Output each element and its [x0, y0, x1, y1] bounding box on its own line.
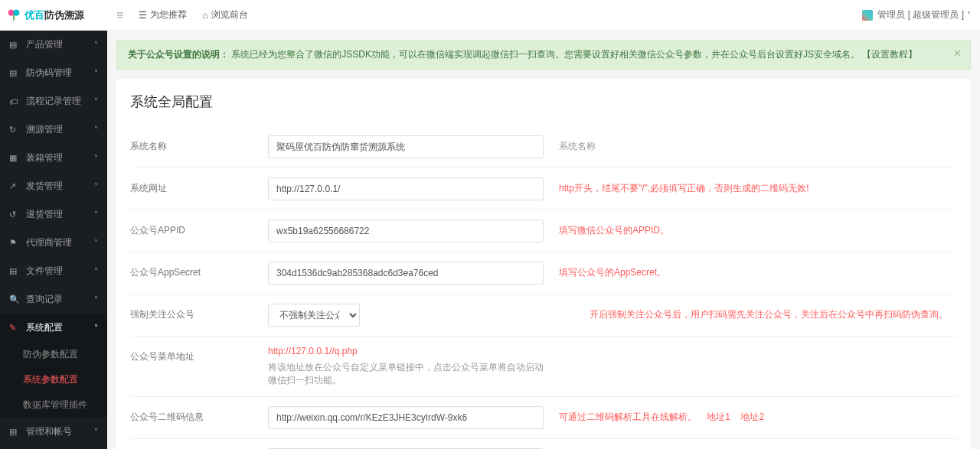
- content: 关于公众号设置的说明： 系统已经为您整合了微信的JSSDK功能，可以在微信端实现…: [107, 31, 980, 449]
- input-appid[interactable]: [268, 220, 544, 242]
- alert-prefix: 关于公众号设置的说明：: [128, 49, 229, 60]
- sidebar-item-anticode[interactable]: ▤防伪码管理˅: [0, 59, 107, 87]
- help-qr: 可通过二维码解析工具在线解析。 地址1 地址2: [559, 406, 772, 424]
- sidebar-item-admin[interactable]: ▤管理和帐号˅: [0, 418, 107, 446]
- lock-icon: ▤: [9, 427, 20, 437]
- row-follow: 强制关注公众号 不强制关注公众号 开启强制关注公众号后，用户扫码需先关注公众号，…: [130, 294, 957, 336]
- help-appid: 填写微信公众号的APPID。: [559, 220, 669, 237]
- user-menu[interactable]: 管理员 [ 超级管理员 ] ˅: [862, 8, 971, 21]
- flag-icon: ▤: [9, 68, 20, 78]
- chevron-down-icon: ˅: [94, 97, 98, 106]
- row-sysurl: 系统网址 http开头，结尾不要"/",必须填写正确，否则生成的二维码无效!: [130, 168, 957, 210]
- avatar-icon: [862, 10, 873, 21]
- logo-text: 优百优百防伪溯源防伪溯源: [24, 8, 84, 22]
- top-link-label: 浏览前台: [211, 8, 248, 21]
- chevron-down-icon: ˅: [94, 182, 98, 190]
- sidebar-item-trace[interactable]: ↻溯源管理˅: [0, 116, 107, 144]
- alert-banner: 关于公众号设置的说明： 系统已经为您整合了微信的JSSDK功能，可以在微信端实现…: [116, 40, 971, 70]
- sidebar-item-label: 溯源管理: [26, 123, 63, 136]
- label-follow: 强制关注公众号: [130, 304, 268, 321]
- input-sysurl[interactable]: [268, 177, 544, 200]
- logo-icon: [6, 8, 21, 23]
- help-sysurl: http开头，结尾不要"/",必须填写正确，否则生成的二维码无效!: [559, 177, 809, 195]
- row-appid: 公众号APPID 填写微信公众号的APPID。: [130, 210, 957, 252]
- chevron-down-icon: ˅: [94, 267, 98, 275]
- label-menuurl: 公众号菜单地址: [130, 346, 268, 363]
- users-icon: ⚑: [9, 238, 20, 248]
- row-secret: 公众号AppSecret 填写公众号的AppSecret。: [130, 252, 957, 294]
- row-company: 公司名称 您公司的名称!: [130, 438, 957, 449]
- sidebar-item-label: 系统配置: [26, 321, 63, 334]
- sidebar-item-query[interactable]: 🔍查询记录˅: [0, 285, 107, 314]
- label-secret: 公众号AppSecret: [130, 262, 268, 279]
- chevron-down-icon: ˅: [967, 11, 971, 19]
- row-menuurl: 公众号菜单地址 http://127.0.0.1//q.php 将该地址放在公众…: [130, 336, 957, 396]
- sidebar-item-file[interactable]: ▤文件管理˅: [0, 257, 107, 285]
- undo-icon: ↺: [9, 210, 20, 220]
- topbar: ≡ ☰为您推荐 ⌂浏览前台 管理员 [ 超级管理员 ] ˅: [107, 0, 980, 31]
- row-qr: 公众号二维码信息 可通过二维码解析工具在线解析。 地址1 地址2: [130, 396, 957, 438]
- top-link-label: 为您推荐: [150, 8, 187, 21]
- chevron-down-icon: ˅: [94, 69, 98, 77]
- tag-icon: 🏷: [9, 97, 20, 106]
- gift-icon: ☰: [139, 10, 147, 21]
- main: ≡ ☰为您推荐 ⌂浏览前台 管理员 [ 超级管理员 ] ˅ 关于公众号设置的说明…: [107, 0, 980, 449]
- search-icon: 🔍: [9, 294, 20, 304]
- sidebar-sub-dbplugin[interactable]: 数据库管理插件: [0, 392, 107, 418]
- page-title: 系统全局配置: [130, 93, 957, 111]
- chevron-down-icon: ˅: [94, 428, 98, 436]
- label-sysurl: 系统网址: [130, 177, 268, 195]
- help-follow: 开启强制关注公众号后，用户扫码需先关注公众号，关注后在公众号中再扫码防伪查询。: [590, 304, 948, 321]
- sidebar-sub-anticonfig[interactable]: 防伪参数配置: [0, 342, 107, 367]
- sidebar-item-label: 发货管理: [26, 180, 63, 193]
- desc-menuurl: 将该地址放在公众号自定义菜单链接中，点击公众号菜单将自动启动微信扫一扫功能。: [268, 361, 544, 387]
- label-appid: 公众号APPID: [130, 220, 268, 237]
- link-addr2[interactable]: 地址2: [740, 412, 764, 422]
- sidebar-item-ship[interactable]: ↗发货管理˅: [0, 172, 107, 200]
- chevron-down-icon: ˅: [94, 295, 98, 304]
- chevron-down-icon: ˅: [94, 41, 98, 49]
- sidebar-item-sysconfig[interactable]: ✎系统配置˅: [0, 314, 107, 342]
- sidebar-sub-sysparam[interactable]: 系统参数配置: [0, 367, 107, 392]
- sidebar-item-label: 管理和帐号: [26, 425, 72, 438]
- input-sysname[interactable]: [268, 135, 544, 158]
- sidebar-item-process[interactable]: 🏷流程记录管理˅: [0, 87, 107, 116]
- logo[interactable]: 优百优百防伪溯源防伪溯源: [0, 0, 107, 31]
- user-label: 管理员 [ 超级管理员 ]: [877, 8, 964, 21]
- input-qr[interactable]: [268, 406, 544, 429]
- hamburger-icon[interactable]: ≡: [116, 8, 123, 22]
- svg-rect-2: [13, 14, 15, 20]
- alert-body: 系统已经为您整合了微信的JSSDK功能，可以在微信端实现调起微信扫一扫查询。您需…: [231, 49, 860, 60]
- alert-link[interactable]: 【设置教程】: [862, 49, 917, 60]
- sidebar-item-return[interactable]: ↺退货管理˅: [0, 200, 107, 229]
- file-icon: ▤: [9, 266, 20, 276]
- static-menuurl: http://127.0.0.1//q.php: [268, 346, 544, 356]
- top-recommend[interactable]: ☰为您推荐: [139, 8, 187, 21]
- chevron-down-icon: ˅: [94, 239, 98, 247]
- link-addr1[interactable]: 地址1: [707, 412, 730, 422]
- top-preview[interactable]: ⌂浏览前台: [202, 8, 247, 21]
- sidebar-item-label: 产品管理: [26, 38, 63, 51]
- refresh-icon: ↻: [9, 125, 20, 135]
- sidebar-item-label: 退货管理: [26, 208, 63, 221]
- select-follow[interactable]: 不强制关注公众号: [268, 304, 360, 327]
- sidebar-item-label: 防伪码管理: [26, 67, 72, 80]
- help-secret: 填写公众号的AppSecret。: [559, 262, 666, 279]
- grid-icon: ▦: [9, 153, 20, 163]
- cube-icon: ▤: [9, 40, 20, 50]
- label-qr: 公众号二维码信息: [130, 406, 268, 424]
- home-icon: ⌂: [202, 10, 207, 21]
- wrench-icon: ✎: [9, 323, 20, 333]
- sidebar-item-label: 装箱管理: [26, 151, 63, 164]
- sidebar-item-agent[interactable]: ⚑代理商管理˅: [0, 229, 107, 257]
- sidebar-submenu: 防伪参数配置 系统参数配置 数据库管理插件: [0, 342, 107, 418]
- chevron-down-icon: ˅: [94, 210, 98, 219]
- sidebar-item-product[interactable]: ▤产品管理˅: [0, 31, 107, 59]
- sidebar-item-label: 代理商管理: [26, 236, 72, 249]
- alert-close[interactable]: ×: [954, 47, 961, 60]
- input-secret[interactable]: [268, 262, 544, 285]
- sidebar-item-label: 文件管理: [26, 265, 63, 278]
- form-panel: 系统全局配置 系统名称 系统名称 系统网址 http开头，结尾不要"/",必须填…: [116, 79, 971, 449]
- sidebar-item-boxing[interactable]: ▦装箱管理˅: [0, 144, 107, 172]
- chevron-down-icon: ˅: [94, 154, 98, 162]
